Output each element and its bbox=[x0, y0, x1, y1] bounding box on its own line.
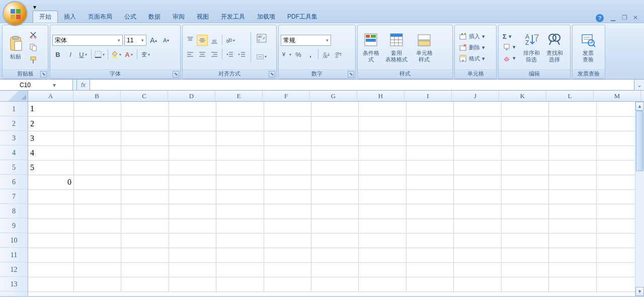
cell-I4[interactable] bbox=[406, 145, 453, 160]
tab-视图[interactable]: 视图 bbox=[191, 11, 215, 23]
column-header-B[interactable]: B bbox=[73, 91, 121, 101]
paste-button[interactable]: 粘贴 bbox=[5, 29, 27, 66]
cell-A3[interactable]: 3 bbox=[28, 131, 73, 145]
column-header-J[interactable]: J bbox=[452, 91, 499, 101]
cell-E1[interactable] bbox=[216, 102, 264, 116]
align-launcher-icon[interactable]: ⬊ bbox=[269, 71, 275, 78]
cell-E12[interactable] bbox=[216, 262, 264, 277]
cell-H2[interactable] bbox=[359, 116, 406, 131]
copy-icon[interactable] bbox=[29, 43, 38, 51]
row-header-1[interactable]: 1 bbox=[0, 102, 28, 116]
align-left-icon[interactable] bbox=[185, 49, 196, 60]
formula-bar-expand-icon[interactable]: ⌄ bbox=[634, 80, 644, 90]
name-box-dropdown-icon[interactable]: ▾ bbox=[50, 82, 58, 89]
cell-E7[interactable] bbox=[216, 189, 264, 204]
cell-C4[interactable] bbox=[121, 145, 169, 160]
format-painter-icon[interactable] bbox=[29, 56, 38, 64]
cell-I5[interactable] bbox=[406, 160, 453, 175]
cell-F5[interactable] bbox=[264, 160, 311, 175]
cell-A7[interactable] bbox=[28, 189, 73, 204]
font-name-combo[interactable]: 宋体▾ bbox=[52, 35, 123, 46]
cell-C5[interactable] bbox=[121, 160, 169, 175]
tab-公式[interactable]: 公式 bbox=[118, 11, 142, 23]
cell-J6[interactable] bbox=[454, 175, 501, 189]
chevron-down-icon[interactable]: ▾ bbox=[118, 38, 120, 43]
cell-L11[interactable] bbox=[549, 248, 596, 262]
autosum-button[interactable]: Σ ▾ bbox=[501, 32, 518, 41]
column-header-M[interactable]: M bbox=[594, 91, 641, 101]
cell-D12[interactable] bbox=[169, 262, 216, 277]
cell-G6[interactable] bbox=[311, 175, 359, 189]
cell-L8[interactable] bbox=[549, 204, 596, 218]
cell-H8[interactable] bbox=[359, 204, 406, 218]
wrap-text-icon[interactable]: abc bbox=[256, 33, 267, 44]
sort-filter-button[interactable]: AZ 排序和 筛选 bbox=[520, 29, 543, 66]
cell-G7[interactable] bbox=[311, 189, 359, 204]
cell-H13[interactable] bbox=[359, 277, 406, 291]
row-header-8[interactable]: 8 bbox=[0, 204, 28, 218]
minimize-ribbon-icon[interactable]: ▁ bbox=[611, 14, 618, 21]
align-center-icon[interactable] bbox=[197, 49, 208, 60]
cell-D2[interactable] bbox=[169, 116, 216, 131]
chevron-down-icon[interactable]: ▾ bbox=[141, 38, 144, 43]
column-header-D[interactable]: D bbox=[168, 91, 215, 101]
fill-color-icon[interactable] bbox=[111, 49, 122, 60]
cell-C3[interactable] bbox=[121, 131, 169, 145]
cell-F8[interactable] bbox=[264, 204, 311, 218]
cell-C10[interactable] bbox=[121, 233, 169, 248]
row-header-3[interactable]: 3 bbox=[0, 131, 28, 145]
cell-J3[interactable] bbox=[454, 131, 501, 145]
delete-cells-button[interactable]: 删除 ▾ bbox=[457, 42, 487, 52]
cell-B7[interactable] bbox=[73, 189, 121, 204]
clear-button[interactable]: ▾ bbox=[501, 53, 518, 63]
cell-L13[interactable] bbox=[549, 277, 596, 291]
column-header-E[interactable]: E bbox=[215, 91, 263, 101]
cell-F11[interactable] bbox=[264, 248, 311, 262]
cell-C9[interactable] bbox=[121, 218, 169, 233]
cell-B1[interactable] bbox=[73, 102, 121, 116]
font-launcher-icon[interactable]: ⬊ bbox=[173, 71, 179, 78]
cell-D13[interactable] bbox=[169, 277, 216, 291]
cell-F7[interactable] bbox=[264, 189, 311, 204]
cell-K9[interactable] bbox=[501, 218, 548, 233]
cell-G10[interactable] bbox=[311, 233, 359, 248]
decrease-indent-icon[interactable] bbox=[224, 49, 235, 60]
cell-F3[interactable] bbox=[264, 131, 311, 145]
cell-D3[interactable] bbox=[169, 131, 216, 145]
cell-A5[interactable]: 5 bbox=[28, 160, 73, 175]
cell-J7[interactable] bbox=[454, 189, 501, 204]
cell-styles-button[interactable]: 单元格 样式 bbox=[411, 29, 437, 66]
cell-G8[interactable] bbox=[311, 204, 359, 218]
tab-加载项[interactable]: 加载项 bbox=[251, 11, 281, 23]
cell-K7[interactable] bbox=[501, 189, 548, 204]
conditional-format-button[interactable]: 条件格式 bbox=[360, 29, 382, 66]
cut-icon[interactable] bbox=[29, 31, 38, 39]
align-top-icon[interactable] bbox=[185, 35, 196, 46]
orientation-icon[interactable]: ab bbox=[224, 35, 235, 46]
row-header-13[interactable]: 13 bbox=[0, 277, 28, 291]
column-header-L[interactable]: L bbox=[546, 91, 594, 101]
accounting-format-icon[interactable]: ¥ bbox=[281, 49, 292, 60]
comma-icon[interactable]: , bbox=[305, 49, 316, 60]
cell-E11[interactable] bbox=[216, 248, 264, 262]
cell-H3[interactable] bbox=[359, 131, 406, 145]
cell-F1[interactable] bbox=[264, 102, 311, 116]
cell-K1[interactable] bbox=[501, 102, 548, 116]
grow-font-icon[interactable]: A▴ bbox=[148, 35, 159, 46]
column-header-I[interactable]: I bbox=[405, 91, 452, 101]
cell-J13[interactable] bbox=[454, 277, 501, 291]
scroll-down-icon[interactable]: ▼ bbox=[635, 287, 644, 296]
cell-G3[interactable] bbox=[311, 131, 359, 145]
row-header-7[interactable]: 7 bbox=[0, 189, 28, 204]
cell-I10[interactable] bbox=[406, 233, 453, 248]
shrink-font-icon[interactable]: A▾ bbox=[160, 35, 172, 46]
cell-B8[interactable] bbox=[73, 204, 121, 218]
cell-H7[interactable] bbox=[359, 189, 406, 204]
vertical-scrollbar[interactable]: ▲ ▼ bbox=[635, 102, 644, 296]
scroll-thumb[interactable] bbox=[636, 111, 643, 171]
cell-G11[interactable] bbox=[311, 248, 359, 262]
insert-cells-button[interactable]: 插入 ▾ bbox=[457, 31, 487, 41]
cell-E6[interactable] bbox=[216, 175, 264, 189]
cell-L7[interactable] bbox=[549, 189, 596, 204]
cell-E4[interactable] bbox=[216, 145, 264, 160]
